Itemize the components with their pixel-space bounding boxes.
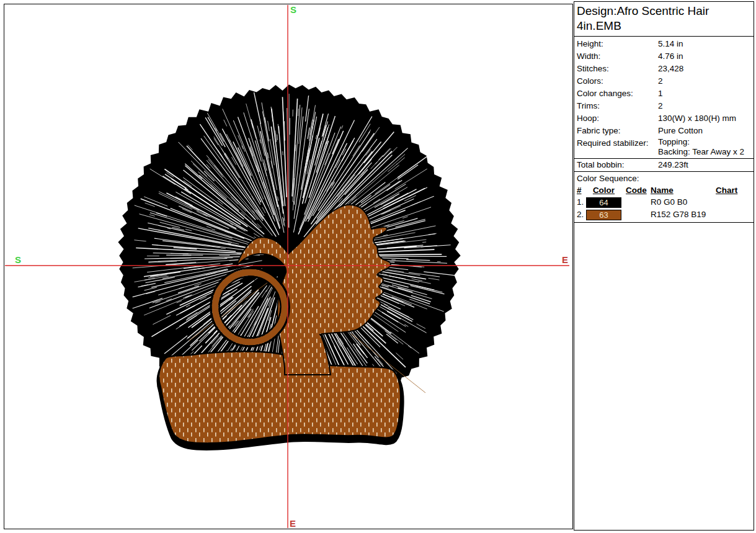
- property-row-total-bobbin: Total bobbin: 249.23ft: [574, 158, 754, 172]
- property-row: Fabric type: Pure Cotton: [574, 125, 754, 137]
- col-header-name: Name: [648, 185, 714, 196]
- property-row: Color changes: 1: [574, 87, 754, 100]
- col-header-number: #: [574, 185, 586, 196]
- col-header-color: Color: [586, 185, 621, 196]
- color-sequence-row: 1. 64 R0 G0 B0: [574, 196, 754, 208]
- property-row: Height: 5.14 in: [574, 38, 754, 50]
- property-row: Trims: 2: [574, 100, 754, 112]
- color-sequence-row: 2. 63 R152 G78 B19: [574, 208, 754, 221]
- thread-color-name: R152 G78 B19: [648, 208, 714, 221]
- color-sequence-header-row: # Color Code Name Chart: [574, 185, 754, 196]
- thread-color-name: R0 G0 B0: [648, 196, 714, 208]
- end-marker-right: E: [562, 254, 568, 265]
- thread-color-swatch[interactable]: 63: [586, 210, 621, 220]
- col-header-chart: Chart: [714, 185, 754, 196]
- end-marker-bottom: E: [290, 518, 296, 529]
- embroidery-design-view[interactable]: S S E E: [4, 4, 572, 529]
- design-info-panel: Design:Afro Scentric Hair 4in.EMB Height…: [574, 1, 754, 531]
- design-properties: Height: 5.14 in Width: 4.76 in Stitches:…: [574, 37, 754, 172]
- design-title: Design:Afro Scentric Hair 4in.EMB: [574, 2, 754, 37]
- property-row: Stitches: 23,428: [574, 63, 754, 75]
- property-row: Width: 4.76 in: [574, 50, 754, 63]
- thread-color-swatch[interactable]: 64: [586, 197, 621, 208]
- color-sequence-section: Color Sequence: # Color Code Name Chart …: [574, 172, 754, 223]
- property-row-stabilizer: Required stabilizer: Topping: Backing: T…: [574, 137, 754, 157]
- design-canvas[interactable]: S S E E: [4, 4, 573, 529]
- start-marker-left: S: [15, 254, 21, 265]
- color-sequence-heading: Color Sequence:: [574, 172, 754, 185]
- col-header-code: Code: [621, 185, 648, 196]
- start-marker-top: S: [290, 4, 296, 15]
- property-row: Colors: 2: [574, 75, 754, 87]
- property-row: Hoop: 130(W) x 180(H) mm: [574, 112, 754, 125]
